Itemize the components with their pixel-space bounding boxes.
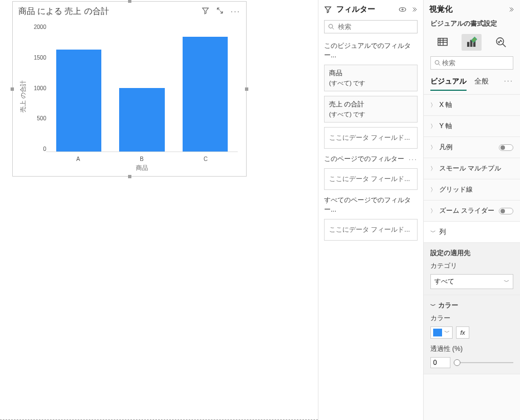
search-icon [434, 60, 441, 66]
acc-gridlines[interactable]: 〉 グリッド線 [424, 179, 520, 201]
chevron-right-icon: 〉 [430, 165, 436, 173]
color-picker[interactable]: ﹀ [430, 326, 453, 339]
bar-A[interactable] [56, 50, 101, 152]
format-search-input[interactable] [441, 58, 520, 67]
x-axis-ticks: A B C [46, 156, 238, 162]
svg-point-4 [329, 25, 333, 28]
filter-card-product[interactable]: 商品 (すべて) です [324, 65, 418, 91]
chevron-right-icon: 〉 [430, 101, 436, 109]
visual-bar-chart[interactable]: 商品 による 売上 の合計 ··· 売上 の合計 2000 1500 1000 [12, 1, 247, 177]
svg-point-2 [399, 8, 406, 12]
filters-section-all: すべてのページでのフィルター... [324, 196, 418, 214]
svg-line-15 [503, 44, 506, 47]
y-axis-label: 売上 の合計 [19, 74, 27, 119]
opacity-input[interactable] [430, 357, 450, 368]
drop-field-visual[interactable]: ここにデータ フィールド... [324, 127, 418, 149]
tab-visual[interactable]: ビジュアル [430, 76, 467, 91]
svg-point-16 [435, 61, 439, 65]
acc-yaxis[interactable]: 〉 Y 軸 [424, 116, 520, 137]
bar-B[interactable] [119, 88, 164, 152]
svg-rect-6 [438, 38, 448, 46]
svg-point-3 [402, 9, 403, 10]
filters-pane: フィルター このビジュアルでのフィルター... 商品 (すべて) です 売上 の… [318, 0, 423, 420]
format-visual-tab[interactable] [462, 34, 482, 51]
y-axis-ticks: 2000 1500 1000 500 0 [31, 24, 46, 152]
analytics-tab[interactable] [491, 34, 511, 51]
chevron-down-icon: ﹀ [504, 278, 509, 286]
color-section-header: カラー [438, 301, 458, 310]
filters-search[interactable] [324, 20, 418, 33]
svg-rect-11 [468, 42, 469, 46]
chevron-down-icon: ﹀ [444, 329, 450, 336]
chevron-right-icon: 〉 [430, 207, 436, 215]
acc-legend[interactable]: 〉 凡例 [424, 137, 520, 158]
filters-section-visual: このビジュアルでのフィルター... [324, 41, 418, 60]
collapse-pane-icon[interactable] [508, 6, 514, 13]
apply-to-header: 設定の適用先 [430, 248, 513, 258]
chart-bars [46, 24, 238, 152]
filter-icon[interactable] [202, 7, 209, 16]
chevron-down-icon: ﹀ [430, 228, 436, 236]
color-label: カラー [430, 314, 513, 323]
svg-rect-12 [471, 40, 473, 46]
focus-mode-icon[interactable] [216, 7, 224, 16]
slider-thumb[interactable] [454, 359, 460, 366]
chart-title: 商品 による 売上 の合計 [18, 6, 202, 17]
toggle-zoom[interactable] [499, 208, 513, 214]
resize-handle[interactable] [128, 0, 131, 3]
tab-general[interactable]: 全般 [474, 76, 489, 91]
category-label: カテゴリ [430, 261, 513, 271]
format-search[interactable] [430, 56, 513, 70]
acc-small-multiples[interactable]: 〉 スモール マルチプル [424, 158, 520, 179]
chevron-right-icon: 〉 [430, 123, 436, 130]
chevron-right-icon: 〉 [430, 186, 436, 194]
svg-line-5 [332, 28, 334, 30]
svg-marker-1 [325, 7, 331, 12]
acc-xaxis[interactable]: 〉 X 軸 [424, 95, 520, 116]
drop-field-page[interactable]: ここにデータ フィールド... [324, 168, 418, 190]
chevron-down-icon: ﹀ [430, 302, 436, 310]
toggle-legend[interactable] [499, 144, 513, 151]
fx-button[interactable]: fx [456, 326, 469, 339]
viz-title: 視覚化 [429, 4, 453, 14]
bar-C[interactable] [183, 37, 228, 152]
opacity-slider[interactable] [455, 362, 513, 363]
acc-zoom-slider[interactable]: 〉 ズーム スライダー [424, 201, 520, 222]
visualizations-pane: 視覚化 ビジュアルの書式設定 ビジュアル 全般 [423, 0, 520, 420]
opacity-label: 透過性 (%) [430, 344, 513, 354]
more-icon[interactable]: ··· [409, 155, 418, 163]
collapse-pane-icon[interactable] [411, 6, 418, 13]
svg-marker-0 [203, 8, 209, 13]
more-options-icon[interactable]: ··· [230, 7, 241, 16]
search-icon [328, 23, 335, 30]
chevron-right-icon: 〉 [430, 144, 436, 152]
resize-handle[interactable] [128, 175, 131, 178]
category-select[interactable]: すべて ﹀ [430, 274, 513, 289]
x-axis-label: 商品 [46, 164, 238, 172]
build-visual-tab[interactable] [433, 34, 453, 51]
color-chip [433, 329, 442, 336]
viz-subtitle: ビジュアルの書式設定 [424, 19, 520, 32]
drop-field-all[interactable]: ここにデータ フィールド... [324, 219, 418, 241]
filter-icon [324, 6, 332, 13]
svg-line-17 [439, 64, 440, 66]
filter-card-sales[interactable]: 売上 の合計 (すべて) です [324, 96, 418, 123]
eye-icon[interactable] [399, 6, 406, 13]
more-icon[interactable]: ··· [504, 76, 513, 91]
filters-title: フィルター [336, 4, 375, 14]
filters-section-page: このページでのフィルター [324, 154, 404, 164]
acc-columns[interactable]: ﹀ 列 [424, 222, 520, 243]
filters-search-input[interactable] [337, 22, 423, 31]
report-canvas[interactable]: 商品 による 売上 の合計 ··· 売上 の合計 2000 1500 1000 [0, 0, 318, 420]
